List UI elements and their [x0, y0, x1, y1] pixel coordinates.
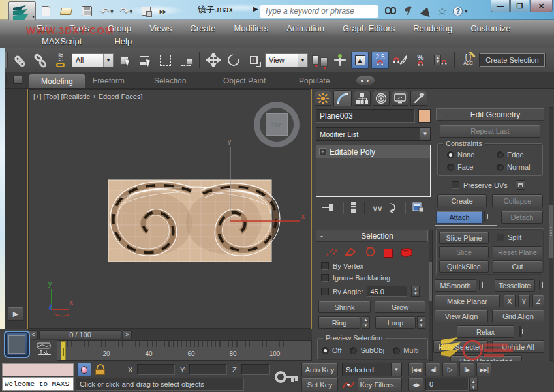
- frame-spinner[interactable]: ▲▼: [469, 378, 478, 391]
- remove-modifier-button[interactable]: [387, 202, 397, 215]
- angle-snap-toggle[interactable]: [392, 52, 409, 69]
- play-animation-button[interactable]: ▷: [442, 363, 457, 376]
- object-name-field[interactable]: Plane003: [316, 109, 415, 123]
- edit-named-selection-sets-button[interactable]: { }ABC: [459, 52, 477, 69]
- selection-filter-dropdown[interactable]: All▼: [72, 53, 114, 67]
- reference-coordinate-system-dropdown[interactable]: View▼: [265, 53, 308, 67]
- key-filters-button[interactable]: Key Filters...: [358, 378, 402, 391]
- percent-snap-toggle[interactable]: %: [412, 52, 429, 69]
- isolate-selection-toggle[interactable]: [77, 363, 91, 376]
- tessellate-settings-button[interactable]: [539, 280, 540, 290]
- grid-align-button[interactable]: Grid Align: [492, 310, 544, 322]
- next-frame-button[interactable]: ‖▶: [459, 363, 474, 376]
- repeat-last-button[interactable]: Repeat Last: [440, 125, 540, 138]
- msmooth-settings-button[interactable]: [479, 280, 480, 290]
- border-subobject-button[interactable]: [364, 246, 377, 260]
- close-button[interactable]: ✕: [530, 0, 553, 12]
- make-planar-y-button[interactable]: Y: [518, 295, 530, 307]
- make-planar-button[interactable]: Make Planar: [435, 295, 500, 307]
- edge-subobject-button[interactable]: [345, 246, 358, 260]
- preview-off-radio[interactable]: [322, 347, 329, 354]
- previous-frame-button[interactable]: ◀‖: [425, 363, 440, 376]
- selection-lock-toggle[interactable]: [95, 364, 106, 376]
- select-and-manipulate-button[interactable]: [331, 52, 348, 69]
- make-planar-x-button[interactable]: X: [504, 295, 516, 307]
- dropdown-arrow-icon[interactable]: ▼: [103, 54, 113, 67]
- spinner-snap-toggle[interactable]: ▲▼: [432, 52, 450, 69]
- bind-to-space-warp-icon[interactable]: ≈≈: [52, 52, 69, 69]
- hide-unselected-button[interactable]: Hide Unselected: [450, 355, 522, 361]
- go-to-start-button[interactable]: |◀◀: [408, 363, 423, 376]
- dropdown-arrow-icon[interactable]: ▼: [298, 54, 307, 67]
- time-slider-prev-button[interactable]: <: [29, 330, 38, 339]
- viewport-layout-tabs-button[interactable]: [4, 331, 30, 358]
- redo-button[interactable]: ↷▾: [119, 5, 132, 18]
- hide-selected-button[interactable]: Hide Selected: [433, 340, 488, 353]
- detach-button[interactable]: Detach: [501, 211, 543, 224]
- named-selection-set-field[interactable]: Create Selection: [480, 53, 545, 67]
- tab-selection[interactable]: Selection: [154, 76, 186, 85]
- use-pivot-point-center-button[interactable]: ▼▼: [311, 52, 328, 69]
- pin-stack-button[interactable]: [322, 202, 335, 215]
- select-and-scale-button[interactable]: ↑: [245, 52, 262, 69]
- set-key-mode-icon[interactable]: [274, 365, 299, 389]
- mini-curve-editor-button[interactable]: [36, 342, 53, 356]
- menu-group[interactable]: Group: [99, 23, 140, 33]
- constraint-face-radio[interactable]: [447, 164, 454, 171]
- make-unique-button[interactable]: ∨∨: [372, 204, 382, 213]
- undo-button[interactable]: ↶▾: [100, 5, 113, 18]
- time-slider-next-button[interactable]: >: [123, 330, 132, 339]
- stack-item-editable-poly[interactable]: + Editable Poly: [316, 145, 430, 158]
- loop-button[interactable]: Loop: [375, 316, 416, 329]
- keyboard-shortcut-override-toggle[interactable]: ▲: [351, 52, 369, 69]
- menu-animation[interactable]: Animation: [277, 23, 333, 33]
- loop-spinner[interactable]: ▲▼: [417, 316, 425, 329]
- menu-graph-editors[interactable]: Graph Editors: [333, 23, 404, 33]
- select-object-button[interactable]: [116, 52, 134, 69]
- scrollbar-thumb[interactable]: [549, 205, 553, 258]
- new-file-button[interactable]: [39, 5, 52, 18]
- snaps-toggle-2-5d[interactable]: 2.5: [371, 52, 389, 69]
- relax-button[interactable]: Relax: [457, 325, 514, 338]
- search-input[interactable]: [260, 5, 378, 18]
- collapse-icon[interactable]: -: [316, 232, 327, 241]
- viewport[interactable]: [+] [Top] [Realistic + Edged Faces] TOP: [27, 89, 312, 329]
- tab-modify-icon[interactable]: [333, 90, 352, 106]
- maxscript-listener-white[interactable]: Welcome to MAXS: [2, 377, 74, 391]
- ribbon-window-icon[interactable]: [13, 76, 22, 84]
- object-color-swatch[interactable]: [418, 109, 431, 123]
- redo-caret-icon[interactable]: ▾: [130, 8, 132, 14]
- save-file-button[interactable]: [80, 5, 94, 18]
- rectangular-selection-region-button[interactable]: [157, 52, 174, 69]
- constraint-edge-radio[interactable]: [497, 151, 504, 158]
- search-icon[interactable]: [384, 6, 397, 16]
- scrollbar-thumb[interactable]: [429, 262, 432, 301]
- favorites-star-icon[interactable]: ☆: [437, 6, 447, 17]
- maximize-button[interactable]: ❐: [510, 0, 529, 12]
- auto-key-button[interactable]: Auto Key: [301, 363, 338, 376]
- stack-expand-icon[interactable]: +: [319, 148, 326, 155]
- menu-create[interactable]: Create: [181, 23, 224, 33]
- new-keys-default-in-tangent-icon[interactable]: [342, 379, 355, 391]
- constraint-normal-radio[interactable]: [497, 164, 504, 171]
- preview-subobj-radio[interactable]: [350, 347, 357, 354]
- slice-plane-button[interactable]: Slice Plane: [439, 232, 489, 244]
- panel-scrollbar-right[interactable]: [549, 107, 553, 361]
- track-bar[interactable]: 0 20 40 60 80 100: [57, 340, 312, 361]
- key-mode-toggle[interactable]: ◀▶: [408, 378, 423, 391]
- time-slider-frame-marker[interactable]: [61, 341, 66, 361]
- dropdown-arrow-icon[interactable]: ▼: [420, 128, 430, 140]
- window-crossing-toggle[interactable]: [177, 52, 194, 69]
- time-slider-handle[interactable]: 0 / 100: [39, 330, 121, 339]
- configure-modifier-sets-button[interactable]: [412, 202, 424, 215]
- tab-object-paint[interactable]: Object Paint: [223, 76, 266, 85]
- z-coord-field[interactable]: [241, 364, 270, 375]
- edit-geometry-rollout-header[interactable]: -Edit Geometry: [436, 108, 544, 121]
- set-key-button[interactable]: Set Key: [301, 378, 338, 391]
- panel-scrollbar-left[interactable]: [429, 230, 433, 361]
- maxscript-listener-pink[interactable]: [2, 363, 74, 376]
- msmooth-button[interactable]: MSmooth: [435, 279, 476, 292]
- tab-utilities-icon[interactable]: [410, 91, 427, 106]
- select-and-link-icon[interactable]: [11, 52, 29, 69]
- unlink-selection-icon[interactable]: [31, 52, 49, 69]
